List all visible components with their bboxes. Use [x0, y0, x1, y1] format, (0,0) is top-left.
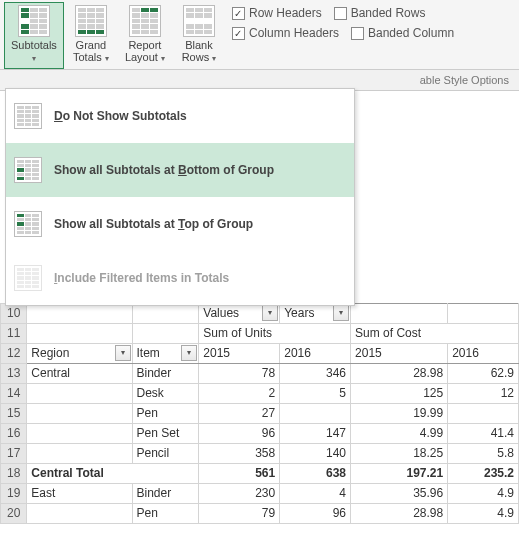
- table-row[interactable]: 15 Pen 27 19.99: [1, 403, 519, 423]
- banded-columns-checkbox[interactable]: Banded Column: [351, 26, 454, 40]
- dropdown-caret-icon: ▾: [32, 54, 36, 63]
- region-field: Region: [31, 346, 69, 360]
- dropdown-caret-icon: ▾: [161, 54, 165, 63]
- blank-rows-icon: [183, 5, 215, 37]
- filter-icon: [14, 265, 42, 291]
- style-options-group: ✓Row Headers Banded Rows ✓Column Headers…: [226, 2, 460, 69]
- row-header[interactable]: 13: [1, 363, 27, 383]
- table-row[interactable]: 10 Values▾ Years▾: [1, 303, 519, 323]
- column-headers-label: Column Headers: [249, 26, 339, 40]
- years-field: Years: [284, 306, 314, 320]
- row-header[interactable]: 19: [1, 483, 27, 503]
- table-row[interactable]: 13 Central Binder 78 346 28.98 62.9: [1, 363, 519, 383]
- menu-show-subtotals-top[interactable]: Show all Subtotals at Top of Group: [6, 197, 354, 251]
- checkbox-icon: [351, 27, 364, 40]
- menu-show-subtotals-bottom[interactable]: Show all Subtotals at Bottom of Group: [6, 143, 354, 197]
- field-dropdown-icon[interactable]: ▾: [262, 305, 278, 321]
- report-layout-button[interactable]: ReportLayout ▾: [118, 2, 172, 69]
- layout-group: Subtotals▾ GrandTotals ▾ ReportLayout ▾ …: [4, 2, 226, 69]
- grand-totals-button[interactable]: GrandTotals ▾: [64, 2, 118, 69]
- table-row[interactable]: 16 Pen Set 96 147 4.99 41.4: [1, 423, 519, 443]
- report-layout-label-2: Layout: [125, 51, 158, 63]
- table-row[interactable]: 12 Region▾ Item▾ 2015 2016 2015 2016: [1, 343, 519, 363]
- style-options-label: able Style Options: [420, 74, 509, 86]
- checkbox-icon: [334, 7, 347, 20]
- row-header[interactable]: 20: [1, 503, 27, 523]
- menu-icon: [14, 103, 42, 129]
- banded-rows-label: Banded Rows: [351, 6, 426, 20]
- field-dropdown-icon[interactable]: ▾: [333, 305, 349, 321]
- subtotals-button[interactable]: Subtotals▾: [4, 2, 64, 69]
- row-header[interactable]: 17: [1, 443, 27, 463]
- menu-include-filtered: Include Filtered Items in Totals: [6, 251, 354, 305]
- checkbox-icon: ✓: [232, 7, 245, 20]
- banded-rows-checkbox[interactable]: Banded Rows: [334, 6, 426, 20]
- menu-do-not-show-subtotals[interactable]: Do Not Show Subtotals: [6, 89, 354, 143]
- year-header[interactable]: 2015: [199, 343, 280, 363]
- dropdown-caret-icon: ▾: [212, 54, 216, 63]
- subtotals-dropdown: Do Not Show Subtotals Show all Subtotals…: [5, 88, 355, 306]
- menu-icon: [14, 157, 42, 183]
- field-dropdown-icon[interactable]: ▾: [115, 345, 131, 361]
- field-dropdown-icon[interactable]: ▾: [181, 345, 197, 361]
- sum-units-header[interactable]: Sum of Units: [199, 323, 351, 343]
- row-header[interactable]: 12: [1, 343, 27, 363]
- grand-totals-label-1: Grand: [76, 39, 107, 51]
- table-row[interactable]: 14 Desk 2 5 125 12: [1, 383, 519, 403]
- column-headers-checkbox[interactable]: ✓Column Headers: [232, 26, 339, 40]
- table-row[interactable]: 11 Sum of Units Sum of Cost: [1, 323, 519, 343]
- item-field: Item: [137, 346, 160, 360]
- sum-cost-header[interactable]: Sum of Cost: [351, 323, 519, 343]
- grand-totals-label-2: Totals: [73, 51, 102, 63]
- row-headers-checkbox[interactable]: ✓Row Headers: [232, 6, 322, 20]
- blank-rows-label-2: Rows: [182, 51, 210, 63]
- row-header[interactable]: 15: [1, 403, 27, 423]
- blank-rows-button[interactable]: BlankRows ▾: [172, 2, 226, 69]
- year-header[interactable]: 2016: [448, 343, 519, 363]
- table-row[interactable]: 20 Pen 79 96 28.98 4.9: [1, 503, 519, 523]
- row-header[interactable]: 14: [1, 383, 27, 403]
- row-header[interactable]: 16: [1, 423, 27, 443]
- row-header[interactable]: 10: [1, 303, 27, 323]
- blank-rows-label-1: Blank: [185, 39, 213, 51]
- subtotals-icon: [18, 5, 50, 37]
- subtotals-label: Subtotals: [11, 39, 57, 51]
- year-header[interactable]: 2015: [351, 343, 448, 363]
- menu-icon: [14, 211, 42, 237]
- ribbon-toolbar: Subtotals▾ GrandTotals ▾ ReportLayout ▾ …: [0, 0, 519, 70]
- banded-columns-label: Banded Column: [368, 26, 454, 40]
- year-header[interactable]: 2016: [280, 343, 351, 363]
- report-layout-label-1: Report: [128, 39, 161, 51]
- checkbox-icon: ✓: [232, 27, 245, 40]
- report-layout-icon: [129, 5, 161, 37]
- row-header[interactable]: 11: [1, 323, 27, 343]
- pivot-table[interactable]: 10 Values▾ Years▾ 11 Sum of Units Sum of…: [0, 303, 519, 524]
- table-row[interactable]: 17 Pencil 358 140 18.25 5.8: [1, 443, 519, 463]
- table-row-subtotal[interactable]: 18 Central Total 561 638 197.21 235.2: [1, 463, 519, 483]
- grand-totals-icon: [75, 5, 107, 37]
- values-field: Values: [203, 306, 239, 320]
- row-header[interactable]: 18: [1, 463, 27, 483]
- table-row[interactable]: 19 East Binder 230 4 35.96 4.9: [1, 483, 519, 503]
- row-headers-label: Row Headers: [249, 6, 322, 20]
- dropdown-caret-icon: ▾: [105, 54, 109, 63]
